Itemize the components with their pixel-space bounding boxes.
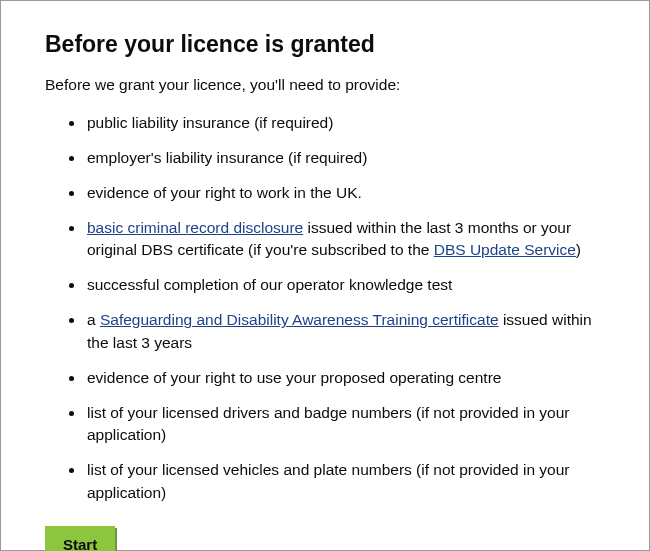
list-item: basic criminal record disclosure issued …: [85, 217, 605, 262]
list-item: successful completion of our operator kn…: [85, 274, 605, 296]
list-item: evidence of your right to work in the UK…: [85, 182, 605, 204]
list-item: list of your licensed drivers and badge …: [85, 402, 605, 447]
inline-link[interactable]: basic criminal record disclosure: [87, 219, 303, 236]
list-item: public liability insurance (if required): [85, 112, 605, 134]
requirements-list: public liability insurance (if required)…: [45, 112, 605, 504]
intro-text: Before we grant your licence, you'll nee…: [45, 76, 605, 94]
inline-link[interactable]: Safeguarding and Disability Awareness Tr…: [100, 311, 499, 328]
list-item: list of your licensed vehicles and plate…: [85, 459, 605, 504]
list-item: evidence of your right to use your propo…: [85, 367, 605, 389]
inline-link[interactable]: DBS Update Service: [434, 241, 576, 258]
page-heading: Before your licence is granted: [45, 31, 605, 58]
page-container: Before your licence is granted Before we…: [0, 0, 650, 551]
list-item: a Safeguarding and Disability Awareness …: [85, 309, 605, 354]
start-button[interactable]: Start: [45, 526, 115, 551]
list-item: employer's liability insurance (if requi…: [85, 147, 605, 169]
